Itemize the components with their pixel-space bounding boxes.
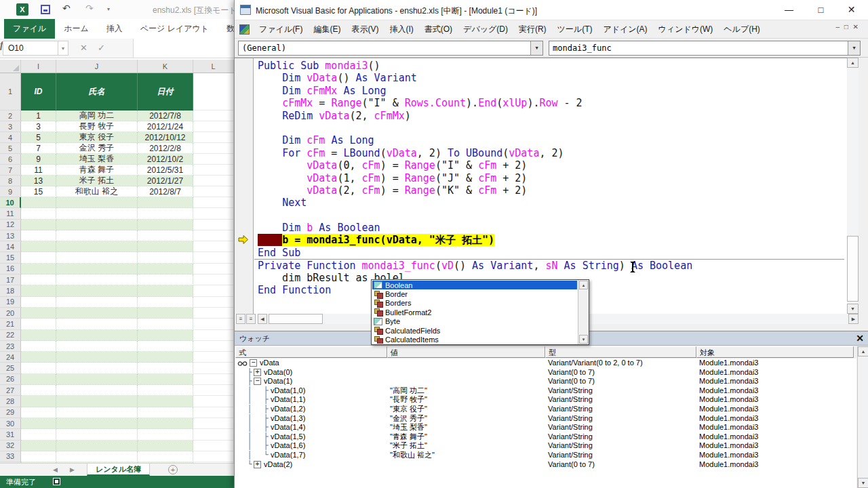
watch-row[interactable]: │├vData(1,4)"埼玉 梨香"Variant/StringModule1… (235, 423, 856, 432)
row-header-11[interactable]: 11 (0, 208, 21, 219)
cell[interactable] (138, 441, 193, 451)
row-header-2[interactable]: 2 (0, 110, 21, 121)
collapse-icon[interactable]: − (250, 359, 257, 367)
row-header-28[interactable]: 28 (0, 396, 21, 407)
cell[interactable] (56, 363, 138, 373)
cell[interactable] (193, 143, 234, 154)
cell[interactable] (193, 451, 234, 462)
ribbon-tab-ファイル[interactable]: ファイル (4, 19, 55, 39)
cell[interactable] (138, 274, 193, 285)
menu-ファイル(F)[interactable]: ファイル(F) (254, 20, 308, 38)
undo-icon[interactable]: ↶ (62, 3, 71, 14)
row-header-9[interactable]: 9 (0, 186, 21, 197)
watch-row[interactable]: │└vData(1,7)"和歌山 裕之"Variant/StringModule… (235, 451, 856, 460)
cell[interactable] (21, 407, 56, 418)
select-all-corner[interactable] (0, 60, 21, 73)
scroll-left-icon[interactable]: ◀ (258, 314, 267, 324)
row-header-22[interactable]: 22 (0, 330, 21, 341)
cell[interactable]: 5 (21, 132, 56, 143)
formula-input[interactable] (133, 39, 234, 58)
sheet-nav-right-icon[interactable]: ▶ (70, 466, 75, 473)
row-header-15[interactable]: 15 (0, 252, 21, 263)
watch-vertical-scrollbar[interactable]: ▲ ▼ (857, 346, 868, 488)
cell[interactable] (193, 363, 234, 373)
row-header-26[interactable]: 26 (0, 374, 21, 385)
row-header-13[interactable]: 13 (0, 230, 21, 241)
cell[interactable] (21, 285, 56, 296)
cell[interactable] (193, 396, 234, 407)
watch-row[interactable]: │├vData(1,6)"米子 拓土"Variant/StringModule1… (235, 441, 856, 451)
row-header-16[interactable]: 16 (0, 264, 21, 274)
scroll-up-icon[interactable]: ▲ (847, 58, 859, 68)
cell[interactable] (193, 330, 234, 341)
cell[interactable] (193, 429, 234, 440)
column-header-I[interactable]: I (21, 60, 56, 73)
code-line[interactable]: Dim cFm As Long (254, 134, 844, 146)
cell[interactable] (138, 252, 193, 263)
cell[interactable] (138, 396, 193, 407)
cell[interactable] (21, 396, 56, 407)
cell[interactable]: 2012/10/2 (138, 154, 193, 165)
intellisense-item-Borders[interactable]: Borders (372, 299, 577, 308)
code-line[interactable]: For cFm = LBound(vData, 2) To UBound(vDa… (254, 147, 844, 159)
ribbon-tab-ページ レイアウト[interactable]: ページ レイアウト (132, 19, 218, 39)
cell[interactable]: 氏名 (56, 73, 138, 110)
row-header-4[interactable]: 4 (0, 132, 21, 143)
module-icon[interactable] (239, 24, 250, 35)
intellisense-item-BulletFormat2[interactable]: BulletFormat2 (372, 308, 577, 317)
name-box[interactable]: O10 (3, 41, 58, 56)
cell[interactable] (193, 110, 234, 121)
cell[interactable] (138, 418, 193, 429)
cell[interactable]: 日付 (138, 73, 193, 110)
row-header-12[interactable]: 12 (0, 220, 21, 230)
row-header-21[interactable]: 21 (0, 319, 21, 329)
watch-row[interactable]: │├vData(1,2)"東京 役子"Variant/StringModule1… (235, 405, 856, 414)
cell[interactable] (56, 429, 138, 440)
cell[interactable] (193, 132, 234, 143)
cell[interactable] (193, 374, 234, 385)
code-line[interactable]: vData(2, cFm) = Range("K" & cFm + 2) (254, 184, 844, 197)
cell[interactable] (56, 441, 138, 451)
collapse-icon[interactable]: − (254, 378, 261, 385)
row-header-7[interactable]: 7 (0, 165, 21, 176)
cell[interactable] (193, 252, 234, 263)
cell[interactable] (21, 429, 56, 440)
cell[interactable] (193, 274, 234, 285)
scroll-up-icon[interactable]: ▲ (579, 281, 588, 289)
cell[interactable] (193, 197, 234, 208)
cell[interactable] (21, 418, 56, 429)
procedure-view-icon[interactable]: ≡ (236, 314, 245, 324)
code-line[interactable]: b = mondai3_func(vData, "米子 拓土") (254, 234, 844, 246)
menu-挿入(I)[interactable]: 挿入(I) (384, 20, 418, 38)
column-header-L[interactable]: L (193, 60, 234, 73)
close-button[interactable]: ✕ (836, 0, 867, 20)
row-header-3[interactable]: 3 (0, 121, 21, 132)
scroll-down-icon[interactable]: ▼ (579, 335, 588, 344)
cell[interactable] (21, 308, 56, 319)
cell[interactable] (56, 220, 138, 230)
cell[interactable] (21, 330, 56, 341)
cell[interactable] (138, 374, 193, 385)
cell[interactable]: 1 (21, 110, 56, 121)
cell[interactable] (138, 429, 193, 440)
cell[interactable] (193, 176, 234, 186)
code-line[interactable]: Next (254, 197, 844, 209)
redo-icon[interactable]: ↷ (85, 3, 94, 14)
cell[interactable] (193, 220, 234, 230)
cell[interactable] (193, 165, 234, 176)
intellisense-item-Boolean[interactable]: Boolean (372, 281, 577, 289)
row-header-20[interactable]: 20 (0, 308, 21, 319)
row-header-23[interactable]: 23 (0, 341, 21, 352)
cell[interactable] (138, 407, 193, 418)
cell[interactable] (138, 241, 193, 252)
cell[interactable]: 9 (21, 154, 56, 165)
row-header-19[interactable]: 19 (0, 297, 21, 308)
cell[interactable]: 2012/1/27 (138, 176, 193, 186)
row-header-10[interactable]: 10 (0, 197, 21, 208)
row-header-18[interactable]: 18 (0, 285, 21, 296)
row-header-31[interactable]: 31 (0, 429, 21, 440)
cell[interactable]: 2012/2/8 (138, 143, 193, 154)
code-pane[interactable]: Public Sub mondai3() Dim vData() As Vari… (235, 58, 847, 314)
save-icon[interactable] (41, 5, 50, 14)
cell[interactable] (193, 230, 234, 241)
